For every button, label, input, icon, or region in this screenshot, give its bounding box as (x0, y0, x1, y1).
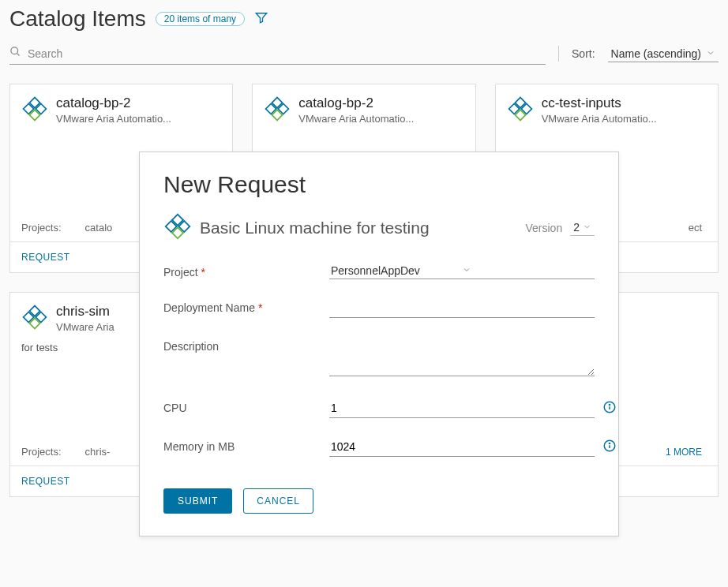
divider (558, 46, 559, 62)
template-icon (21, 95, 48, 125)
card-subtitle: VMware Aria Automatio... (56, 113, 171, 125)
info-icon[interactable] (602, 400, 617, 417)
template-icon (507, 95, 534, 125)
search-box[interactable] (9, 43, 546, 65)
card-subtitle: VMware Aria Automatio... (542, 113, 657, 125)
card-title: chris-sim (56, 304, 114, 320)
card-subtitle: VMware Aria Automatio... (298, 113, 414, 125)
cpu-label: CPU (163, 398, 329, 414)
new-request-modal: New Request Basic Linux machine for test… (139, 151, 619, 537)
projects-label: Projects: (21, 222, 62, 234)
sort-select[interactable]: Name (ascending) (608, 46, 719, 62)
card-title: cc-test-inputs (542, 95, 657, 111)
deployment-name-label: Deployment Name* (163, 298, 329, 314)
page-title: Catalog Items (9, 6, 146, 32)
card-title: catalog-bp-2 (56, 95, 171, 111)
projects-value: catalo (85, 222, 113, 234)
request-link[interactable]: REQUEST (21, 252, 70, 263)
description-input[interactable] (329, 337, 595, 376)
svg-point-24 (609, 404, 610, 405)
chevron-down-icon (462, 264, 593, 277)
memory-input[interactable] (329, 437, 595, 457)
chevron-down-icon (706, 47, 715, 60)
svg-line-1 (17, 53, 19, 55)
project-value: PersonnelAppDev (331, 264, 462, 277)
template-icon (21, 304, 48, 334)
modal-title: New Request (163, 171, 595, 198)
card-subtitle: VMware Aria (56, 321, 114, 333)
submit-button[interactable]: SUBMIT (163, 488, 232, 514)
version-label: Version (526, 222, 563, 234)
filter-icon[interactable] (254, 10, 268, 28)
sort-label: Sort: (572, 47, 595, 60)
search-icon (9, 46, 21, 61)
project-select[interactable]: PersonnelAppDev (329, 263, 595, 279)
template-icon (163, 212, 192, 244)
project-label: Project* (163, 263, 329, 279)
sort-value: Name (ascending) (611, 47, 701, 60)
modal-subtitle: Basic Linux machine for testing (200, 219, 518, 237)
more-link[interactable]: 1 MORE (666, 447, 702, 458)
svg-point-27 (609, 443, 610, 443)
search-input[interactable] (28, 47, 546, 60)
deployment-name-input[interactable] (329, 298, 595, 318)
projects-label: Projects: (21, 446, 62, 458)
version-select[interactable]: 2 (570, 221, 595, 236)
svg-point-0 (11, 47, 18, 54)
template-icon (264, 95, 291, 125)
count-badge: 20 items of many (156, 12, 245, 26)
cancel-button[interactable]: CANCEL (243, 488, 313, 514)
cpu-input[interactable] (329, 398, 595, 418)
version-value: 2 (573, 221, 580, 234)
projects-value: chris- (85, 446, 111, 458)
chevron-down-icon (583, 221, 591, 234)
memory-label: Memory in MB (163, 437, 329, 453)
card-title: catalog-bp-2 (298, 95, 414, 111)
description-label: Description (163, 337, 329, 353)
request-link[interactable]: REQUEST (21, 476, 70, 487)
info-icon[interactable] (602, 439, 617, 456)
projects-value: ect (689, 222, 702, 234)
